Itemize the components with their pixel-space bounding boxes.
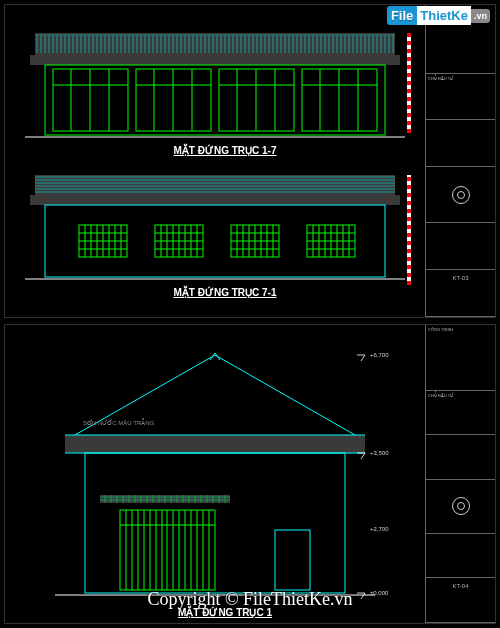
north-arrow-icon xyxy=(452,186,470,204)
dim-marker-top xyxy=(407,33,411,133)
svg-rect-214 xyxy=(275,530,310,590)
sheet-bottom: SƠN NƯỚC MÀU TRẮNG +6,700 +3,500 +2,700 … xyxy=(4,324,496,624)
logo-vn: .vn xyxy=(471,9,490,23)
dim-lintel: +2,700 xyxy=(370,526,389,532)
cad-viewport[interactable]: File ThietKe .vn xyxy=(0,0,500,628)
title-block-top: CÔNG TRÌNH CHỦ ĐẦU TƯ KT-03 xyxy=(425,5,495,317)
svg-rect-122 xyxy=(30,195,400,205)
drawing-area-bottom: SƠN NƯỚC MÀU TRẮNG +6,700 +3,500 +2,700 … xyxy=(5,325,425,623)
label-elev-7-1: MẶT ĐỨNG TRỤC 7-1 xyxy=(135,287,315,298)
svg-rect-92 xyxy=(30,55,400,65)
note-text: SƠN NƯỚC MÀU TRẮNG xyxy=(83,418,155,426)
elevation-drawing-bottom: SƠN NƯỚC MÀU TRẮNG +6,700 +3,500 +2,700 … xyxy=(5,325,425,625)
dim-marker-bottom xyxy=(407,175,411,285)
logo-file: File xyxy=(387,6,417,25)
tb-owner: CHỦ ĐẦU TƯ xyxy=(426,74,495,83)
watermark-logo: File ThietKe .vn xyxy=(387,6,490,25)
tb-owner-2: CHỦ ĐẦU TƯ xyxy=(426,391,495,400)
copyright-text: Copyright © FileThietKe.vn xyxy=(0,589,500,610)
elevation-drawings-top xyxy=(5,5,425,319)
sheet-number: KT-03 xyxy=(426,270,495,283)
svg-rect-169 xyxy=(65,435,365,453)
dim-eave: +3,500 xyxy=(370,450,389,456)
north-arrow-icon-2 xyxy=(452,497,470,515)
elevation-7-1 xyxy=(25,175,405,279)
label-elev-1-7: MẶT ĐỨNG TRỤC 1-7 xyxy=(135,145,315,156)
svg-rect-93 xyxy=(45,65,385,135)
tb-project-2: CÔNG TRÌNH xyxy=(426,325,495,334)
logo-thietke: ThietKe xyxy=(417,6,471,25)
elevation-1-7 xyxy=(25,33,405,137)
dim-ridge: +6,700 xyxy=(370,352,389,358)
elevation-truc-1: SƠN NƯỚC MÀU TRẮNG +6,700 +3,500 +2,700 … xyxy=(55,352,389,599)
sheet-top: MẶT ĐỨNG TRỤC 1-7 MẶT ĐỨNG TRỤC 7-1 CÔNG… xyxy=(4,4,496,318)
drawing-area-top: MẶT ĐỨNG TRỤC 1-7 MẶT ĐỨNG TRỤC 7-1 xyxy=(5,5,425,317)
title-block-bottom: CÔNG TRÌNH CHỦ ĐẦU TƯ KT-04 xyxy=(425,325,495,623)
